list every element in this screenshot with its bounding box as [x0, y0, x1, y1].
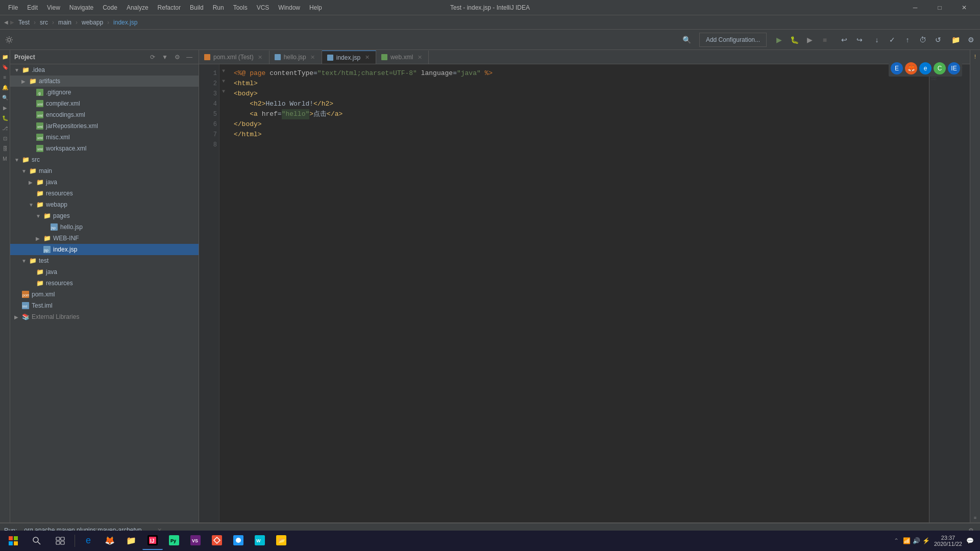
menu-window[interactable]: Window	[274, 3, 304, 13]
tree-java-folder[interactable]: ▶ 📁 java	[10, 177, 199, 188]
settings-button[interactable]	[2, 33, 16, 47]
taskbar-search-button[interactable]	[26, 532, 48, 550]
taskbar-app-8[interactable]	[228, 532, 249, 550]
panel-close-button[interactable]: —	[184, 52, 194, 62]
taskbar-git-app[interactable]	[207, 532, 227, 550]
taskbar-firefox-app[interactable]: 🦊	[100, 532, 120, 550]
breadcrumb-webapp[interactable]: webapp	[80, 18, 105, 27]
maven-icon[interactable]: M	[1, 154, 10, 163]
undo-button[interactable]: ↩	[837, 33, 851, 47]
bookmark-icon[interactable]: 🔖	[1, 62, 10, 71]
menu-edit[interactable]: Edit	[23, 3, 42, 13]
menu-tools[interactable]: Tools	[229, 3, 252, 13]
tree-test-resources-folder[interactable]: 📁 resources	[10, 278, 199, 289]
add-configuration-button[interactable]: Add Configuration...	[699, 33, 767, 47]
redo-button[interactable]: ↪	[852, 33, 867, 47]
taskbar-explorer-app[interactable]: 📁	[121, 532, 141, 550]
project-structure-button[interactable]: 📁	[948, 33, 963, 47]
find-icon[interactable]: 🔍	[1, 93, 10, 102]
tree-test-folder[interactable]: ▼ 📁 test	[10, 255, 199, 266]
stop-button[interactable]: ■	[818, 33, 832, 47]
menu-help[interactable]: Help	[305, 3, 326, 13]
panel-sync-button[interactable]: ⟳	[148, 52, 158, 62]
menu-file[interactable]: File	[4, 3, 22, 13]
debug-button[interactable]: 🐛	[787, 33, 801, 47]
tree-pomxml-file[interactable]: pom pom.xml	[10, 289, 199, 300]
vcs-update-button[interactable]: ↓	[870, 33, 884, 47]
code-editor[interactable]: 1 2 3 4 5 6 7 8 ▼ ▼ ▼	[199, 64, 970, 522]
tab-webxml[interactable]: web.xml ✕	[376, 51, 429, 64]
network-icon[interactable]: 📶	[903, 537, 911, 544]
volume-icon[interactable]: 🔊	[913, 537, 920, 544]
menu-code[interactable]: Code	[99, 3, 121, 13]
taskbar-app-9[interactable]: W	[250, 532, 270, 550]
taskbar-vsstudio-app[interactable]: VS	[185, 532, 206, 550]
taskbar-intellij-app[interactable]: IJ	[142, 532, 163, 550]
breadcrumb-main[interactable]: main	[56, 18, 74, 27]
tree-compiler-file[interactable]: xml compiler.xml	[10, 98, 199, 109]
tab-pom[interactable]: pom.xml (Test) ✕	[199, 51, 270, 64]
tab-index[interactable]: index.jsp ✕	[322, 51, 376, 64]
menu-navigate[interactable]: Navigate	[65, 3, 97, 13]
taskbar-edge-app[interactable]: e	[78, 532, 99, 550]
tree-artifacts-folder[interactable]: ▶ 📁 artifacts	[10, 76, 199, 87]
tree-indexjsp-file[interactable]: jsp index.jsp	[10, 244, 199, 255]
run-coverage-button[interactable]: ▶	[802, 33, 817, 47]
settings-gear-button[interactable]: ⚙	[964, 33, 978, 47]
notification-center-icon[interactable]: 💬	[966, 537, 974, 544]
breadcrumb-src[interactable]: src	[38, 18, 50, 27]
project-icon[interactable]: 📁	[1, 52, 10, 61]
firefox-icon[interactable]: 🦊	[905, 62, 917, 74]
minimize-button[interactable]: ─	[903, 0, 927, 15]
tree-webapp-folder[interactable]: ▼ 📁 webapp	[10, 199, 199, 210]
tree-test-java-folder[interactable]: 📁 java	[10, 266, 199, 278]
ie-icon[interactable]: E	[891, 62, 903, 74]
git-icon[interactable]: ⎇	[1, 123, 10, 133]
panel-collapse-button[interactable]: ▼	[160, 52, 170, 62]
tree-hellojsp-file[interactable]: jsp hello.jsp	[10, 221, 199, 233]
chrome-icon[interactable]: C	[934, 62, 946, 74]
tree-misc-file[interactable]: xml misc.xml	[10, 132, 199, 143]
debug-side-icon[interactable]: 🐛	[1, 113, 10, 122]
tree-src-folder[interactable]: ▼ 📁 src	[10, 154, 199, 165]
structure-icon[interactable]: ≡	[1, 72, 10, 82]
run-side-icon[interactable]: ▶	[1, 103, 10, 112]
search-icon[interactable]: 🔍	[680, 33, 694, 47]
tab-hello[interactable]: hello.jsp ✕	[270, 51, 322, 64]
notification-icon[interactable]: 🔔	[1, 83, 10, 92]
breadcrumb-project[interactable]: Test	[16, 18, 32, 27]
database-icon[interactable]: 🗄	[1, 144, 10, 153]
tree-workspace-file[interactable]: xml workspace.xml	[10, 143, 199, 154]
tree-main-folder[interactable]: ▼ 📁 main	[10, 165, 199, 177]
vcs-commit-button[interactable]: ✓	[885, 33, 899, 47]
vcs-history-button[interactable]: ⏱	[916, 33, 930, 47]
vcs-push-button[interactable]: ↑	[900, 33, 915, 47]
explorer-icon[interactable]: IE	[948, 62, 960, 74]
menu-build[interactable]: Build	[186, 3, 208, 13]
battery-icon[interactable]: ⚡	[922, 537, 930, 544]
system-clock[interactable]: 23:37 2020/11/22	[934, 535, 962, 547]
taskbar-pycharm-app[interactable]: Py	[164, 532, 184, 550]
tree-webinf-folder[interactable]: ▶ 📁 WEB-INF	[10, 233, 199, 244]
tree-gitignore-file[interactable]: .g .gitignore	[10, 87, 199, 98]
menu-vcs[interactable]: VCS	[253, 3, 274, 13]
tree-pages-folder[interactable]: ▼ 📁 pages	[10, 210, 199, 221]
build-button[interactable]: ▶	[772, 33, 786, 47]
menu-refactor[interactable]: Refactor	[154, 3, 185, 13]
maximize-button[interactable]: □	[928, 0, 951, 15]
code-content[interactable]: <%@ page contentType="text/html;charset=…	[228, 64, 929, 522]
tree-encodings-file[interactable]: xml encodings.xml	[10, 109, 199, 120]
vcs-revert-button[interactable]: ↺	[931, 33, 945, 47]
terminal-icon[interactable]: ⊡	[1, 134, 10, 143]
event-log-icon[interactable]: ≡	[971, 513, 980, 522]
tree-external-libs[interactable]: ▶ 📚 External Libraries	[10, 311, 199, 322]
panel-settings-button[interactable]: ⚙	[172, 52, 182, 62]
taskbar-taskview-button[interactable]	[49, 532, 71, 550]
tree-jarrepo-file[interactable]: xml jarRepositories.xml	[10, 120, 199, 132]
menu-analyze[interactable]: Analyze	[122, 3, 153, 13]
tree-resources-folder[interactable]: 📁 resources	[10, 188, 199, 199]
start-button[interactable]	[2, 532, 24, 550]
menu-view[interactable]: View	[43, 3, 64, 13]
notifications-right-icon[interactable]: !	[971, 52, 980, 61]
close-button[interactable]: ✕	[952, 0, 976, 15]
